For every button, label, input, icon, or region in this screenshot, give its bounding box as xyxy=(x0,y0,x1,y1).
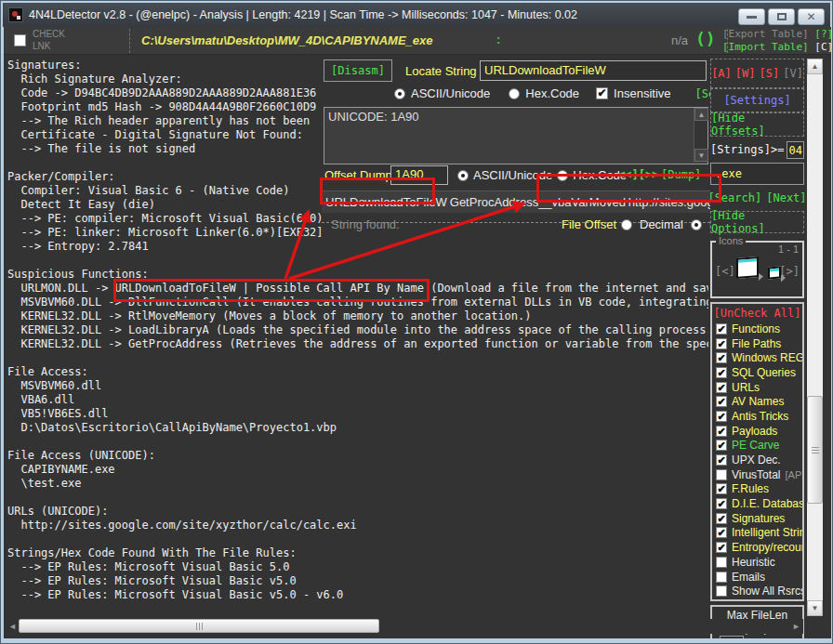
scan-option-row[interactable]: ✔ VirusTotal [API] xyxy=(712,467,802,482)
options-sidebar: [A] [W] [S] [V] [Settings] [Hide Offsets… xyxy=(710,59,804,616)
option-checkbox[interactable]: ✔ xyxy=(716,572,727,583)
max-filelen-input[interactable]: 10 xyxy=(720,636,744,638)
scroll-left-button[interactable]: ◄ xyxy=(8,621,17,632)
scroll-down-button[interactable]: ▼ xyxy=(807,600,823,616)
option-checkbox[interactable]: ✔ xyxy=(716,352,727,363)
horizontal-scrollbar[interactable]: ◄ ► xyxy=(6,619,803,634)
increase-button[interactable]: [+] xyxy=(749,637,770,639)
hexadecimal-radio[interactable] xyxy=(691,219,702,230)
sidebar-search-button[interactable]: [Search] xyxy=(707,191,761,204)
maximize-icon xyxy=(777,13,787,20)
hide-options-button[interactable]: [Hide Options] xyxy=(711,209,803,235)
sidebar-next-button[interactable]: [Next] xyxy=(766,191,806,204)
check-lnk-checkbox[interactable] xyxy=(14,34,26,46)
option-checkbox[interactable]: ✔ xyxy=(716,426,727,437)
minimize-icon xyxy=(747,16,757,19)
option-checkbox[interactable]: ✔ xyxy=(716,323,727,335)
option-label: D.I.E. Database xyxy=(732,497,802,510)
decrease-button[interactable]: [-] xyxy=(775,637,796,639)
insensitive-checkbox[interactable]: ✔ xyxy=(596,87,608,99)
option-checkbox[interactable]: ✔ xyxy=(716,338,727,349)
disasm-button[interactable]: [Disasm] xyxy=(324,59,392,82)
scan-option-row[interactable]: ✔ Intelligent String xyxy=(712,526,802,541)
hex-code-radio[interactable] xyxy=(509,88,520,99)
option-checkbox[interactable]: ✔ xyxy=(716,396,727,407)
option-checkbox[interactable]: ✔ xyxy=(716,367,727,378)
scroll-up-button[interactable]: ▲ xyxy=(807,59,823,74)
window-title: 4N4LDetector v2.8 - (@enelpc) - Analysis… xyxy=(29,8,577,21)
settings-button[interactable]: [Settings] xyxy=(723,94,790,107)
option-checkbox[interactable]: ✔ xyxy=(716,542,727,553)
file-path-field[interactable]: C:\Users\matu\Desktop\MW_4D\CAPIBYNAME_e… xyxy=(141,33,433,47)
view-button[interactable]: [V] xyxy=(783,67,803,80)
option-checkbox[interactable]: ✔ xyxy=(716,557,727,568)
scan-option-row[interactable]: ✔ Entropy/recount xyxy=(712,540,802,555)
option-checkbox[interactable]: ✔ xyxy=(716,469,727,480)
toolbar-separator xyxy=(129,29,130,53)
scan-option-row[interactable]: ✔ SQL Queries xyxy=(712,365,802,380)
scan-option-row[interactable]: ✔ Windows REG xyxy=(712,350,802,365)
offset-dumper-input[interactable]: 1A90 xyxy=(390,165,448,185)
results-scrollbar[interactable]: ▲ ▼ xyxy=(694,108,707,162)
close-button[interactable]: ✕ xyxy=(798,8,825,25)
option-checkbox[interactable]: ✔ xyxy=(716,411,727,422)
minimize-button[interactable] xyxy=(738,8,765,25)
option-checkbox[interactable]: ✔ xyxy=(716,585,727,597)
scan-option-row[interactable]: ✔ Show All Rsrcs xyxy=(712,584,802,598)
scan-option-row[interactable]: ✔ AV Names xyxy=(712,394,802,409)
maximize-button[interactable] xyxy=(768,8,795,25)
decimal-radio[interactable] xyxy=(621,219,632,230)
search-results-area[interactable]: UNICODE: 1A90 ▲ ▼ xyxy=(324,107,708,164)
help-button[interactable]: [?] xyxy=(814,28,831,40)
scan-option-row[interactable]: ✔ Emails xyxy=(712,570,802,585)
dump-ascii-radio[interactable] xyxy=(457,170,469,181)
scan-option-row[interactable]: ✔ URLs xyxy=(712,380,802,395)
scan-option-row[interactable]: ✔ D.I.E. Database xyxy=(712,496,802,511)
scroll-right-button[interactable]: ► xyxy=(792,621,800,632)
icons-next-button[interactable]: [>] xyxy=(779,265,800,278)
uncheck-all-button[interactable]: [UnCheck All] xyxy=(712,307,802,320)
extension-filter-input[interactable]: .exe xyxy=(710,163,804,185)
compare-button[interactable]: [C] xyxy=(814,41,831,53)
prev-next-button[interactable]: <<][>> xyxy=(618,168,658,181)
scan-option-row[interactable]: ✔ Heuristic xyxy=(712,555,802,570)
wide-button[interactable]: [W] xyxy=(735,67,756,80)
ansi-button[interactable]: [A] xyxy=(711,67,732,80)
app-icon xyxy=(8,7,23,22)
option-checkbox[interactable]: ✔ xyxy=(716,454,727,466)
locate-string-input[interactable]: URLDownloadToFileW xyxy=(480,60,707,81)
analysis-line xyxy=(7,532,708,546)
option-checkbox[interactable]: ✔ xyxy=(716,527,727,538)
horizontal-scroll-thumb[interactable] xyxy=(19,619,379,633)
export-table-button[interactable]: [Export Table] xyxy=(722,28,809,40)
strings-button[interactable]: [S] xyxy=(760,67,780,80)
scan-option-row[interactable]: ✔ Antis Tricks xyxy=(712,409,802,424)
option-checkbox[interactable]: ✔ xyxy=(716,440,727,451)
dump-hex-radio[interactable] xyxy=(557,170,568,181)
analysis-line xyxy=(7,491,708,505)
scan-option-row[interactable]: ✔ Payloads xyxy=(712,424,802,439)
icons-prev-button[interactable]: [<] xyxy=(715,265,735,278)
import-table-button[interactable]: [Import Table] xyxy=(722,41,809,53)
scroll-up-icon[interactable]: ▲ xyxy=(694,108,708,121)
option-checkbox[interactable]: ✔ xyxy=(716,513,727,524)
scan-option-row[interactable]: ✔ F.Rules xyxy=(712,482,802,497)
scan-option-row[interactable]: ✔ Functions xyxy=(712,322,802,336)
scan-option-row[interactable]: ✔ PE Carve xyxy=(712,439,802,453)
vertical-scroll-thumb[interactable] xyxy=(807,396,823,504)
option-checkbox[interactable]: ✔ xyxy=(716,498,727,509)
option-label: VirusTotal xyxy=(732,468,780,481)
strings-min-input[interactable]: 04 xyxy=(787,141,804,159)
dump-button[interactable]: [Dump] xyxy=(661,168,701,181)
found-strings-field[interactable]: URLDownloadToFileWGetProcAddress__vbaVar… xyxy=(322,191,710,213)
refresh-icon[interactable]: () xyxy=(695,29,716,48)
ascii-unicode-radio[interactable] xyxy=(394,88,405,99)
vertical-scrollbar[interactable]: ▲ ▼ xyxy=(807,59,823,616)
option-checkbox[interactable]: ✔ xyxy=(716,382,727,393)
option-checkbox[interactable]: ✔ xyxy=(716,483,727,494)
scan-option-row[interactable]: ✔ UPX Dec. xyxy=(712,453,802,467)
scan-option-row[interactable]: ✔ Signatures xyxy=(712,511,802,526)
hide-offsets-button[interactable]: [Hide Offsets] xyxy=(711,112,803,138)
scroll-down-icon[interactable]: ▼ xyxy=(694,149,708,162)
scan-option-row[interactable]: ✔ File Paths xyxy=(712,336,802,351)
